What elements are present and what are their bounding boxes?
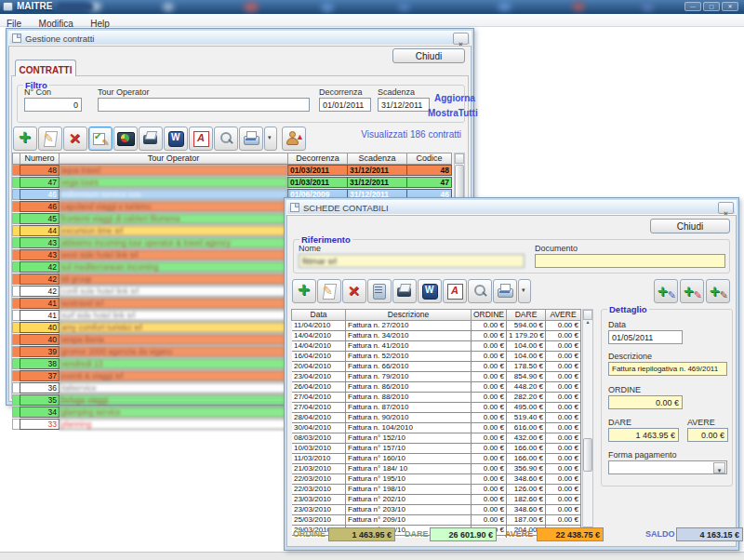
scroll-up-icon[interactable] (455, 153, 464, 164)
close-icon[interactable] (453, 33, 469, 45)
word-icon (167, 130, 184, 147)
decorrenza-label: Decorrenza (319, 87, 363, 97)
accounting-table: Data Descrizione ORDINE DARE AVERE 11/04… (292, 309, 583, 538)
forma-pagamento-select[interactable] (608, 460, 727, 474)
cell-numero: 42 (20, 286, 60, 297)
cell-decorrenza: 01/03/2011 (287, 177, 348, 188)
fax-button[interactable] (139, 127, 163, 151)
col-avere[interactable]: AVERE (545, 309, 581, 321)
search-button[interactable] (214, 127, 238, 151)
cell-codice: 47 (406, 177, 452, 188)
col-ordine[interactable]: ORDINE (471, 309, 507, 321)
cell-tour-operator: sti group (59, 273, 288, 285)
cell-tour-operator: aqua travel (59, 165, 288, 176)
scroll-thumb[interactable] (583, 438, 592, 472)
add-with-brush-button[interactable]: ✎ (680, 279, 704, 303)
dettaglio-dare-input[interactable]: 1 463.95 € (608, 428, 679, 442)
tot-dare-value: 26 601.90 € (430, 527, 497, 541)
check-edit-button[interactable]: ✎ (88, 127, 113, 151)
cell-numero: 44 (20, 225, 60, 236)
dettaglio-data-input[interactable]: 01/05/2011 (608, 330, 683, 344)
mostratutti-link[interactable]: MostraTutti (428, 108, 478, 118)
cell-tour-operator: confi sole hotel link srl (59, 286, 288, 297)
cell-numero: 41 (20, 310, 60, 321)
cell-numero: 37 (20, 370, 60, 381)
add-button[interactable] (292, 279, 316, 303)
dettaglio-avere-input[interactable]: 0.00 € (687, 428, 728, 442)
word-export-button[interactable] (164, 127, 188, 151)
add-with-pencil-button[interactable]: ✎ (706, 279, 730, 303)
col-numero[interactable]: Numero (20, 153, 60, 165)
edit-icon (42, 130, 59, 147)
fax-icon (396, 283, 413, 300)
chart-button[interactable] (113, 127, 138, 151)
desktop-glare (572, 2, 585, 11)
decorrenza-input[interactable]: 01/01/2011 (319, 98, 371, 112)
nome-label: Nome (299, 244, 321, 253)
add-icon (296, 283, 312, 300)
print-button[interactable] (493, 279, 517, 303)
pdf-export-button[interactable] (189, 127, 213, 151)
tot-ordine-value: 1 463.95 € (328, 527, 395, 541)
pdf-export-button[interactable] (443, 279, 467, 303)
tot-saldo-value: 4 163.15 € (676, 527, 743, 541)
desktop-glare (244, 2, 259, 12)
chiudi-button[interactable]: Chiudi (650, 219, 730, 233)
print-dropdown-button[interactable] (264, 127, 277, 151)
col-codice[interactable]: Codice (406, 153, 452, 165)
close-icon[interactable] (718, 202, 734, 214)
close-button[interactable]: ✕ (722, 2, 738, 11)
dettaglio-descrizione-input[interactable]: Fattura riepilogativa n. 469/2011 (608, 362, 727, 376)
cell-tour-operator: vespa iberia (59, 334, 288, 345)
print-icon (243, 130, 259, 147)
cell-decorrenza: 01/03/2011 (287, 165, 348, 176)
chiudi-button[interactable]: Chiudi (392, 48, 465, 63)
tour-operator-input[interactable] (98, 98, 310, 112)
scroll-up-icon[interactable] (583, 310, 592, 320)
col-descrizione[interactable]: Descrizione (345, 309, 472, 321)
chevron-down-icon[interactable] (713, 462, 725, 473)
tab-contratti[interactable]: CONTRATTI (15, 60, 76, 76)
contracts-window-titlebar[interactable]: Gestione contratti (8, 31, 472, 46)
forma-pagamento-label: Forma pagamento (608, 450, 677, 460)
minimize-button[interactable]: — (684, 2, 701, 11)
contract-row[interactable]: 47 vega tours 01/03/2011 31/12/2011 47 (13, 177, 453, 188)
tot-avere-label: AVERE (505, 529, 533, 539)
nome-input[interactable]: fittmar srl (299, 254, 525, 268)
delete-button[interactable] (63, 127, 87, 151)
col-data[interactable]: Data (291, 309, 346, 321)
documento-input[interactable] (535, 254, 725, 268)
cell-numero: 45 (20, 213, 60, 224)
pdf-icon (446, 283, 463, 300)
print-dropdown-button[interactable] (518, 279, 531, 303)
cell-scadenza: 31/12/2011 (347, 165, 407, 176)
tour-operator-label: Tour Operator (98, 87, 150, 97)
schede-window-titlebar[interactable]: SCHEDE CONTABILI (286, 200, 737, 215)
add-with-pen-button[interactable]: ✎ (654, 279, 678, 303)
accounting-scrollbar[interactable] (582, 309, 593, 538)
notes-icon (371, 283, 388, 300)
add-button[interactable] (13, 127, 37, 151)
col-tour-operator[interactable]: Tour Operator (59, 153, 288, 165)
fax-button[interactable] (392, 279, 417, 303)
search-button[interactable] (468, 279, 492, 303)
user-export-button[interactable]: ▲ (282, 127, 306, 151)
delete-button[interactable] (342, 279, 366, 303)
contract-row[interactable]: 48 aqua travel 01/03/2011 31/12/2011 48 (13, 165, 453, 176)
maximize-button[interactable]: ▢ (703, 2, 720, 11)
scadenza-input[interactable]: 31/12/2011 (378, 98, 430, 112)
aggiorna-link[interactable]: Aggiorna (434, 93, 475, 103)
edit-button[interactable] (38, 127, 62, 151)
print-button[interactable] (239, 127, 263, 151)
word-export-button[interactable] (418, 279, 442, 303)
col-decorrenza[interactable]: Decorrenza (287, 153, 348, 165)
tot-ordine-label: ORDINE (293, 529, 326, 539)
cell-numero: 36 (20, 382, 60, 393)
ncon-input[interactable]: 0 (24, 98, 82, 112)
cell-numero: 43 (20, 237, 60, 248)
col-scadenza[interactable]: Scadenza (347, 153, 407, 165)
col-dare[interactable]: DARE (506, 309, 546, 321)
dettaglio-ordine-input[interactable]: 0.00 € (608, 395, 683, 409)
notes-button[interactable] (367, 279, 392, 303)
edit-button[interactable] (317, 279, 341, 303)
